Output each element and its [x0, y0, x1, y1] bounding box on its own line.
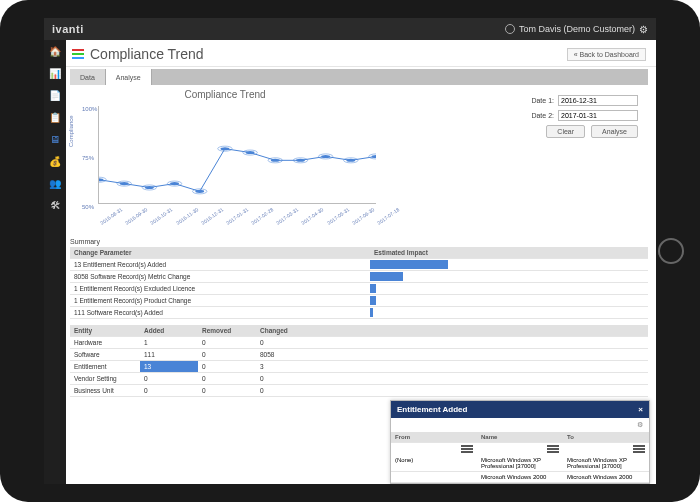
xtick: 2017-01-31	[225, 206, 249, 226]
clear-button[interactable]: Clear	[546, 125, 585, 138]
entity-row[interactable]: Vendor Setting000	[70, 373, 648, 385]
home-icon[interactable]: 🏠	[48, 44, 62, 58]
entitlement-cell: Microsoft Windows 2000	[563, 472, 649, 482]
summary-param: 13 Entitlement Record(s) Added	[70, 259, 370, 270]
main-content: Compliance Trend « Back to Dashboard Dat…	[66, 40, 656, 484]
summary-label: Summary	[70, 238, 648, 245]
entitlement-filter-cell[interactable]	[391, 443, 477, 455]
entitlement-row[interactable]: (None)Microsoft Windows XP Professional …	[391, 455, 649, 472]
svg-point-14	[271, 159, 280, 162]
back-to-dashboard-button[interactable]: « Back to Dashboard	[567, 48, 646, 61]
impact-bar	[370, 272, 403, 281]
filter-icon[interactable]	[461, 445, 473, 453]
chart-icon[interactable]: 📊	[48, 66, 62, 80]
entity-cell: 0	[140, 373, 198, 384]
people-icon[interactable]: 👥	[48, 176, 62, 190]
entitlement-filter-row	[391, 443, 649, 455]
impact-bar	[370, 260, 448, 269]
page-title: Compliance Trend	[72, 46, 204, 62]
summary-row[interactable]: 1 Entitlement Record(s) Excluded Licence	[70, 283, 648, 295]
summary-param: 1 Entitlement Record(s) Product Change	[70, 295, 370, 306]
entity-cell: 0	[140, 385, 198, 396]
avatar	[505, 24, 515, 34]
entitlement-row[interactable]: Microsoft Windows 2000Microsoft Windows …	[391, 472, 649, 483]
entity-row[interactable]: Entitlement1303	[70, 361, 648, 373]
entitlement-head-cell[interactable]: Name	[477, 432, 563, 442]
svg-point-10	[220, 147, 229, 150]
analyse-button[interactable]: Analyse	[591, 125, 638, 138]
entity-head-cell: Removed	[198, 325, 256, 336]
tools-icon[interactable]: 🛠	[48, 198, 62, 212]
entity-cell: 0	[198, 337, 256, 348]
entitlement-panel-title: Entitlement Added	[397, 405, 467, 414]
user-area[interactable]: Tom Davis (Demo Customer) ⚙	[505, 24, 648, 35]
menu-icon[interactable]	[72, 49, 84, 59]
date2-input[interactable]	[558, 110, 638, 121]
summary-param: 111 Software Record(s) Added	[70, 307, 370, 318]
entity-cell: 0	[198, 373, 256, 384]
entity-head-cell: Changed	[256, 325, 314, 336]
entity-row[interactable]: Hardware100	[70, 337, 648, 349]
entitlement-filter-cell[interactable]	[563, 443, 649, 455]
gear-icon[interactable]: ⚙	[637, 421, 643, 428]
list-icon[interactable]: 📋	[48, 110, 62, 124]
gear-icon[interactable]: ⚙	[639, 24, 648, 35]
doc-icon[interactable]: 📄	[48, 88, 62, 102]
entity-head: EntityAddedRemovedChanged	[70, 325, 648, 337]
chart-box: Compliance Trend Compliance 2016-08-3120…	[70, 89, 380, 232]
entity-cell: 0	[256, 373, 314, 384]
entity-cell: 0	[198, 385, 256, 396]
summary-row[interactable]: 1 Entitlement Record(s) Product Change	[70, 295, 648, 307]
entity-cell: Business Unit	[70, 385, 140, 396]
app-header: ivanti Tom Davis (Demo Customer) ⚙	[44, 18, 656, 40]
entity-row[interactable]: Software11108058	[70, 349, 648, 361]
svg-point-22	[372, 155, 376, 158]
page-title-row: Compliance Trend « Back to Dashboard	[66, 40, 656, 67]
xtick: 2016-11-30	[175, 206, 199, 226]
xtick: 2016-09-30	[124, 206, 148, 226]
entity-row[interactable]: Business Unit000	[70, 385, 648, 397]
entitlement-cell	[391, 472, 477, 482]
xtick: 2017-04-30	[300, 206, 324, 226]
chart-title: Compliance Trend	[70, 89, 380, 100]
page-title-text: Compliance Trend	[90, 46, 204, 62]
entity-cell: 0	[198, 349, 256, 360]
entity-cell: 1	[140, 337, 198, 348]
entitlement-panel-header[interactable]: Entitlement Added ×	[391, 401, 649, 418]
tab-analyse[interactable]: Analyse	[106, 69, 152, 85]
svg-point-18	[321, 155, 330, 158]
xtick: 2016-10-31	[149, 206, 173, 226]
chart-plot: 2016-08-312016-09-302016-10-312016-11-30…	[98, 106, 376, 204]
filter-icon[interactable]	[633, 445, 645, 453]
entitlement-filter-cell[interactable]	[477, 443, 563, 455]
device-icon[interactable]: 🖥	[48, 132, 62, 146]
entity-cell: 8058	[256, 349, 314, 360]
summary-row[interactable]: 8058 Software Record(s) Metric Change	[70, 271, 648, 283]
impact-bar	[370, 284, 376, 293]
entity-head-cell: Added	[140, 325, 198, 336]
svg-point-2	[120, 182, 129, 185]
svg-point-20	[346, 159, 355, 162]
entity-cell: Vendor Setting	[70, 373, 140, 384]
xtick: 2017-02-28	[250, 206, 274, 226]
summary-impact	[370, 307, 648, 318]
summary-param: 8058 Software Record(s) Metric Change	[70, 271, 370, 282]
entitlement-head-cell[interactable]: From	[391, 432, 477, 442]
entity-cell: 0	[198, 361, 256, 372]
summary-impact	[370, 283, 648, 294]
summary-head: Change Parameter Estimated Impact	[70, 247, 648, 259]
summary-impact	[370, 259, 648, 270]
summary-head-param: Change Parameter	[70, 247, 370, 258]
entitlement-cell: Microsoft Windows 2000	[477, 472, 563, 482]
entitlement-head-cell[interactable]: To	[563, 432, 649, 442]
tab-data[interactable]: Data	[70, 69, 106, 85]
summary-row[interactable]: 111 Software Record(s) Added	[70, 307, 648, 319]
close-icon[interactable]: ×	[638, 405, 643, 414]
date1-input[interactable]	[558, 95, 638, 106]
money-icon[interactable]: 💰	[48, 154, 62, 168]
brand-logo: ivanti	[52, 23, 84, 35]
summary-row[interactable]: 13 Entitlement Record(s) Added	[70, 259, 648, 271]
filter-icon[interactable]	[547, 445, 559, 453]
date2-label: Date 2:	[520, 112, 554, 119]
svg-point-0	[99, 178, 103, 181]
